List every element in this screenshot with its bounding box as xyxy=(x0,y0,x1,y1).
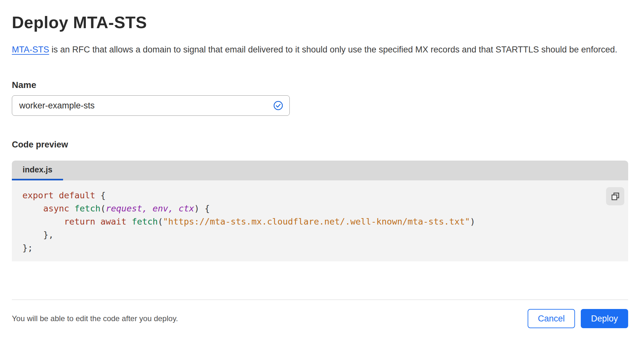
page-title: Deploy MTA-STS xyxy=(12,13,628,32)
name-input[interactable] xyxy=(12,95,290,116)
name-input-wrap xyxy=(12,95,290,116)
copy-code-button[interactable] xyxy=(606,187,624,205)
footer-actions: Cancel Deploy xyxy=(528,309,628,328)
cancel-button[interactable]: Cancel xyxy=(528,309,575,328)
code-preview-panel: index.js export default { async fetch(re… xyxy=(12,161,628,261)
code-block: export default { async fetch(request, en… xyxy=(22,189,628,254)
mta-sts-link[interactable]: MTA-STS xyxy=(12,45,49,54)
code-line: export default { xyxy=(22,189,628,202)
description-text: is an RFC that allows a domain to signal… xyxy=(49,45,617,54)
deploy-button[interactable]: Deploy xyxy=(581,309,628,328)
description: MTA-STS is an RFC that allows a domain t… xyxy=(12,42,623,57)
code-line: }, xyxy=(22,228,628,241)
code-line: return await fetch("https://mta-sts.mx.c… xyxy=(22,215,628,228)
footer: You will be able to edit the code after … xyxy=(12,309,628,328)
copy-icon xyxy=(611,192,620,201)
code-area: export default { async fetch(request, en… xyxy=(12,180,628,261)
code-tab-bar: index.js xyxy=(12,161,628,180)
tab-index-js[interactable]: index.js xyxy=(12,161,63,180)
code-line: async fetch(request, env, ctx) { xyxy=(22,202,628,215)
footer-note: You will be able to edit the code after … xyxy=(12,314,178,323)
code-line: }; xyxy=(22,241,628,254)
code-preview-label: Code preview xyxy=(12,140,628,149)
deploy-mta-sts-page: Deploy MTA-STS MTA-STS is an RFC that al… xyxy=(0,13,640,328)
check-circle-icon xyxy=(273,101,283,110)
footer-divider xyxy=(12,299,628,300)
name-field-label: Name xyxy=(12,80,628,90)
